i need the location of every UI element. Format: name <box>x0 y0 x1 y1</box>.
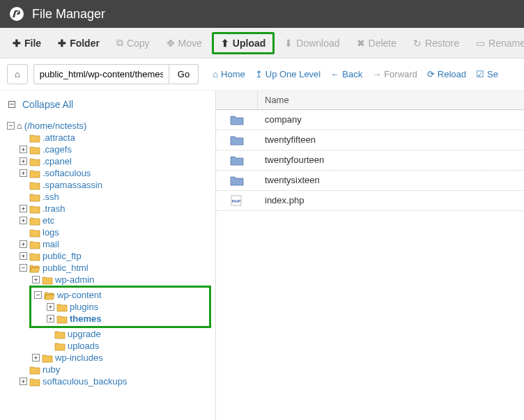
folder-icon <box>29 240 40 249</box>
home-icon-button[interactable]: ⌂ <box>7 64 28 84</box>
tree-item[interactable]: .ssh <box>4 191 211 203</box>
reload-icon: ⟳ <box>427 69 435 79</box>
download-button[interactable]: ⬇Download <box>277 32 346 54</box>
forward-icon: → <box>372 69 381 79</box>
file-name: company <box>258 113 524 127</box>
toggle-icon[interactable]: + <box>20 252 27 260</box>
list-row[interactable]: twentysixteen <box>216 171 524 191</box>
nav-forward[interactable]: →Forward <box>372 69 417 79</box>
app-header: File Manager <box>0 0 524 28</box>
tree-item[interactable]: logs <box>4 226 211 238</box>
header-icon-col[interactable] <box>216 91 258 109</box>
folder-icon <box>29 157 40 166</box>
sidebar: Collapse All −⌂(/home/nctests) .attracta… <box>0 91 216 420</box>
toggle-icon[interactable]: + <box>20 240 27 248</box>
folder-open-icon <box>29 263 40 273</box>
toggle-icon[interactable]: − <box>20 264 27 272</box>
folder-icon <box>42 353 53 363</box>
rename-button[interactable]: ▭Rename <box>469 32 524 54</box>
header-name-col[interactable]: Name <box>258 91 524 109</box>
folder-icon <box>29 133 40 143</box>
collapse-all[interactable]: Collapse All <box>4 96 211 113</box>
plus-icon: ✚ <box>58 38 66 49</box>
nav-back[interactable]: ←Back <box>330 69 362 79</box>
folder-icon <box>54 329 66 339</box>
file-name: twentysixteen <box>258 173 524 187</box>
tree-item[interactable]: +.softaculous <box>4 167 211 179</box>
copy-button[interactable]: ⧉Copy <box>109 31 157 54</box>
folder-icon <box>230 114 244 125</box>
nav-select[interactable]: ☑Se <box>476 69 498 79</box>
tree-item[interactable]: +etc <box>4 215 211 226</box>
restore-button[interactable]: ↻Restore <box>406 32 466 54</box>
move-icon: ✥ <box>167 38 175 49</box>
toggle-icon[interactable]: + <box>20 157 27 165</box>
folder-icon <box>29 216 40 226</box>
php-icon <box>230 195 244 206</box>
tree-item[interactable]: +.cpanel <box>4 155 211 167</box>
tree-item[interactable]: +wp-includes <box>4 352 211 364</box>
cpanel-icon <box>8 6 25 22</box>
tree-item[interactable]: upgrade <box>4 328 211 340</box>
toggle-icon[interactable]: + <box>20 146 27 153</box>
folder-icon <box>29 204 40 214</box>
delete-button[interactable]: ✖Delete <box>350 32 403 54</box>
tree-item[interactable]: .attracta <box>4 132 211 143</box>
tree-item[interactable]: +public_ftp <box>4 250 211 262</box>
list-row[interactable]: index.php <box>216 191 524 211</box>
toggle-icon[interactable]: − <box>34 291 42 299</box>
toggle-icon[interactable]: + <box>47 303 54 311</box>
tree-item[interactable]: .spamassassin <box>4 179 211 191</box>
list-row[interactable]: twentyfourteen <box>216 150 524 171</box>
toggle-icon[interactable]: + <box>47 315 54 322</box>
upload-icon: ⬆ <box>221 38 229 49</box>
tree-item[interactable]: +plugins <box>31 301 206 313</box>
folder-icon <box>29 145 40 155</box>
home-icon: ⌂ <box>213 69 218 79</box>
folder-icon <box>29 365 40 375</box>
back-icon: ← <box>330 69 339 79</box>
folder-icon <box>29 192 40 202</box>
tree-item-wp-content[interactable]: −wp-content <box>31 289 206 301</box>
tree-item[interactable]: uploads <box>4 340 211 352</box>
list-header: Name <box>216 91 524 110</box>
tree-item[interactable]: +.cagefs <box>4 143 211 155</box>
minus-icon <box>8 101 15 108</box>
toggle-icon[interactable]: + <box>20 169 27 177</box>
nav-links: ⌂Home ↥Up One Level ←Back →Forward ⟳Relo… <box>213 69 498 79</box>
toggle-icon[interactable]: + <box>20 205 27 212</box>
folder-icon <box>230 134 244 146</box>
go-button[interactable]: Go <box>169 64 199 84</box>
upload-button[interactable]: ⬆Upload <box>212 32 275 54</box>
nav-home[interactable]: ⌂Home <box>213 69 245 79</box>
tree-item[interactable]: ruby <box>4 364 211 375</box>
tree-item[interactable]: +.trash <box>4 203 211 215</box>
list-row[interactable]: twentyfifteen <box>216 130 524 150</box>
tree-item[interactable]: +wp-admin <box>4 274 211 286</box>
nav-up[interactable]: ↥Up One Level <box>255 69 321 79</box>
file-button[interactable]: ✚File <box>6 32 48 54</box>
nav-reload[interactable]: ⟳Reload <box>427 69 466 79</box>
toggle-icon[interactable]: + <box>32 276 40 283</box>
tree-item[interactable]: +mail <box>4 238 211 250</box>
folder-icon <box>29 228 40 238</box>
path-input[interactable] <box>33 64 169 84</box>
tree-root[interactable]: −⌂(/home/nctests) <box>4 120 211 132</box>
restore-icon: ↻ <box>413 38 422 49</box>
toggle-icon[interactable]: + <box>20 378 27 385</box>
toggle-icon[interactable]: + <box>32 354 40 361</box>
toggle-icon[interactable]: − <box>7 122 15 130</box>
tree-item-public-html[interactable]: −public_html <box>4 262 211 274</box>
folder-button[interactable]: ✚Folder <box>51 32 107 54</box>
home-icon: ⌂ <box>15 69 20 79</box>
folder-icon <box>54 341 66 351</box>
toggle-icon[interactable]: + <box>20 217 27 224</box>
folder-tree: −⌂(/home/nctests) .attracta +.cagefs +.c… <box>4 120 211 387</box>
download-icon: ⬇ <box>284 38 293 49</box>
folder-icon <box>29 180 40 190</box>
tree-item-themes[interactable]: +themes <box>31 313 206 325</box>
tree-item[interactable]: +softaculous_backups <box>4 375 211 387</box>
move-button[interactable]: ✥Move <box>160 32 209 54</box>
app-title: File Manager <box>32 7 105 22</box>
list-row[interactable]: company <box>216 110 524 130</box>
